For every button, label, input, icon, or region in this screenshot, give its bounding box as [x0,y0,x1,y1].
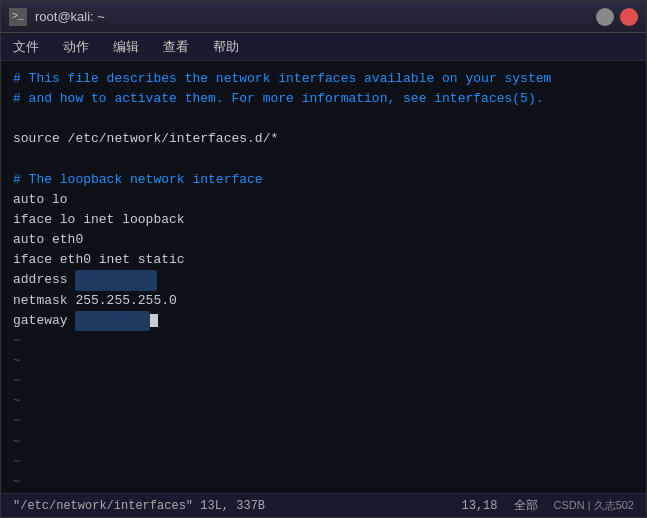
menu-view[interactable]: 查看 [159,36,193,58]
tilde-7: ~ [13,452,634,472]
terminal-window: >_ root@kali: ~ 文件 动作 编辑 查看 帮助 # This fi… [0,0,647,518]
close-button[interactable] [620,8,638,26]
all-label: 全部 [514,497,538,514]
status-right-group: 13,18 全部 CSDN | 久志502 [461,497,634,514]
line-8: iface lo inet loopback [13,210,634,230]
line-13: gateway x.x.xxx.x [13,311,634,331]
tilde-9: ~ [13,492,634,493]
line-7: auto lo [13,190,634,210]
minimize-button[interactable] [596,8,614,26]
line-6: # The loopback network interface [13,170,634,190]
status-left-group: "/etc/network/interfaces" 13L, 337B [13,499,265,513]
status-bar: "/etc/network/interfaces" 13L, 337B 13,1… [1,493,646,517]
menu-file[interactable]: 文件 [9,36,43,58]
line-1: # This file describes the network interf… [13,69,634,89]
line-5 [13,150,634,170]
line-12: netmask 255.255.255.0 [13,291,634,311]
menu-bar: 文件 动作 编辑 查看 帮助 [1,33,646,61]
line-2: # and how to activate them. For more inf… [13,89,634,109]
tilde-3: ~ [13,371,634,391]
line-9: auto eth0 [13,230,634,250]
tilde-8: ~ [13,472,634,492]
redacted-address: 10.x.xx.xx [75,270,157,290]
tilde-2: ~ [13,351,634,371]
window-controls [596,8,638,26]
window-title: root@kali: ~ [35,9,105,24]
menu-edit[interactable]: 编辑 [109,36,143,58]
watermark: CSDN | 久志502 [554,498,635,513]
tilde-5: ~ [13,411,634,431]
redacted-gateway: x.x.xxx.x [75,311,149,331]
menu-help[interactable]: 帮助 [209,36,243,58]
tilde-6: ~ [13,432,634,452]
line-11: address 10.x.xx.xx [13,270,634,290]
line-4: source /etc/network/interfaces.d/* [13,129,634,149]
title-bar-left: >_ root@kali: ~ [9,8,105,26]
file-info: "/etc/network/interfaces" 13L, 337B [13,499,265,513]
tilde-1: ~ [13,331,634,351]
line-3 [13,109,634,129]
title-bar: >_ root@kali: ~ [1,1,646,33]
cursor-position: 13,18 [461,499,497,513]
tilde-4: ~ [13,391,634,411]
editor-area[interactable]: # This file describes the network interf… [1,61,646,493]
cursor [150,314,158,327]
menu-action[interactable]: 动作 [59,36,93,58]
terminal-icon: >_ [9,8,27,26]
line-10: iface eth0 inet static [13,250,634,270]
